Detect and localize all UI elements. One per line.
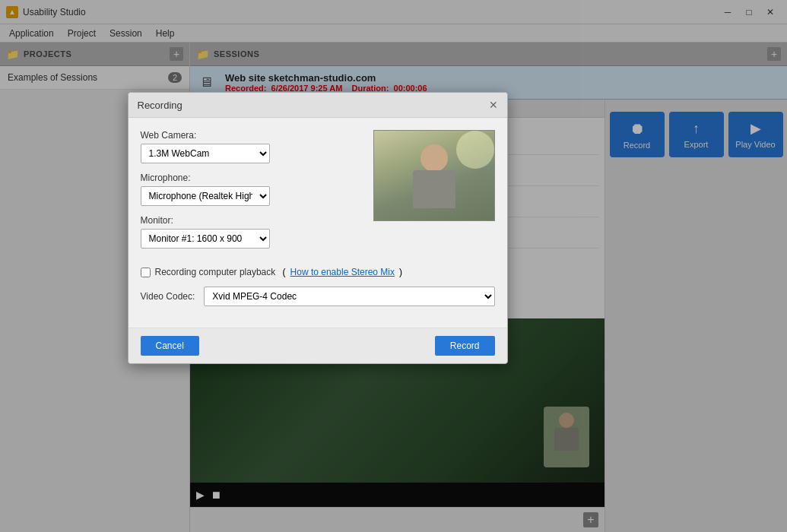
dialog-record-button[interactable]: Record [435, 336, 495, 356]
codec-label: Video Codec: [141, 291, 195, 302]
dialog-title-bar: Recording ✕ [129, 93, 507, 118]
dialog-title: Recording [138, 100, 182, 111]
webcam-preview [373, 130, 495, 221]
monitor-select[interactable]: Monitor #1: 1600 x 900 [141, 229, 270, 249]
light-effect [456, 131, 494, 169]
dialog-form: Web Camera: 1.3M WebCam Microphone: Micr… [141, 130, 361, 258]
person-head-preview [420, 144, 448, 172]
recording-dialog: Recording ✕ Web Camera: 1.3M WebCam Micr… [128, 92, 508, 364]
mic-label: Microphone: [141, 173, 361, 183]
computer-playback-checkbox[interactable] [141, 268, 151, 277]
stereo-mix-link[interactable]: How to enable Stereo Mix [290, 267, 395, 277]
cancel-button[interactable]: Cancel [141, 336, 199, 356]
dialog-main-row: Web Camera: 1.3M WebCam Microphone: Micr… [141, 130, 495, 258]
webcam-preview-inner [374, 131, 494, 220]
mic-select[interactable]: Microphone (Realtek High Di [141, 186, 270, 206]
mic-group: Microphone: Microphone (Realtek High Di [141, 173, 361, 206]
checkbox-label: Recording computer playback [155, 267, 276, 277]
dialog-close-button[interactable]: ✕ [489, 99, 498, 111]
webcam-group: Web Camera: 1.3M WebCam [141, 130, 361, 163]
webcam-label: Web Camera: [141, 130, 361, 141]
codec-select[interactable]: Xvid MPEG-4 Codec [204, 287, 494, 306]
webcam-select[interactable]: 1.3M WebCam [141, 144, 270, 163]
dialog-body: Web Camera: 1.3M WebCam Microphone: Micr… [129, 118, 507, 328]
person-body-preview [413, 170, 455, 208]
dialog-footer: Cancel Record [129, 328, 507, 363]
codec-row: Video Codec: Xvid MPEG-4 Codec [141, 287, 495, 306]
checkbox-row: Recording computer playback ( How to ena… [141, 267, 495, 277]
monitor-group: Monitor: Monitor #1: 1600 x 900 [141, 215, 361, 249]
modal-overlay: Recording ✕ Web Camera: 1.3M WebCam Micr… [0, 0, 787, 532]
monitor-label: Monitor: [141, 215, 361, 226]
